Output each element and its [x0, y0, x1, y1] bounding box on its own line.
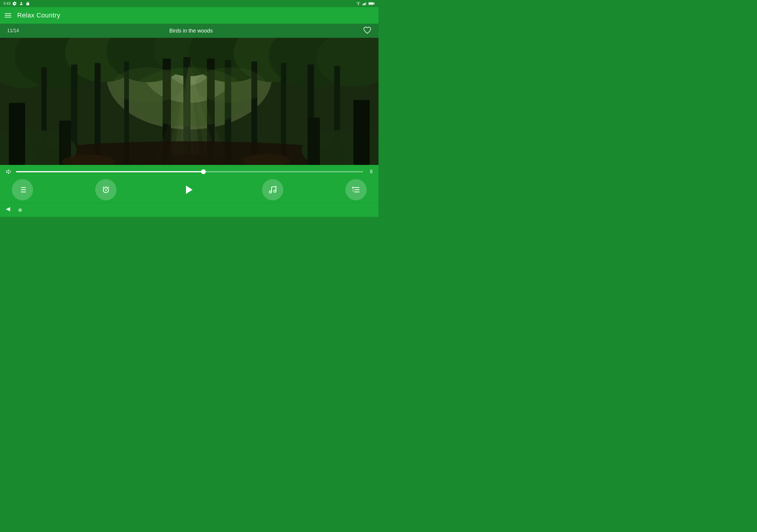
status-time: 5:43 — [4, 1, 10, 6]
back-icon — [5, 206, 11, 213]
playlist-button[interactable] — [12, 179, 33, 200]
seek-thumb[interactable] — [201, 169, 206, 174]
menu-button[interactable] — [5, 13, 11, 17]
svg-line-63 — [107, 187, 109, 188]
status-bar: 5:43 — [0, 0, 378, 7]
account-icon — [19, 1, 23, 6]
controls-area: 8 — [0, 165, 378, 203]
svg-point-67 — [274, 190, 276, 192]
svg-line-62 — [103, 187, 104, 188]
svg-rect-2 — [365, 3, 366, 5]
svg-rect-71 — [352, 187, 354, 188]
alarm-icon — [102, 185, 110, 194]
favorites-list-button[interactable] — [346, 179, 367, 200]
svg-marker-72 — [6, 207, 10, 211]
play-icon — [184, 184, 195, 195]
seek-value: 8 — [367, 169, 373, 174]
svg-rect-53 — [0, 38, 378, 165]
svg-marker-65 — [186, 186, 193, 194]
volume-icon — [6, 168, 13, 175]
back-button[interactable] — [5, 206, 11, 214]
svg-rect-5 — [369, 3, 373, 4]
nav-dot — [18, 208, 22, 212]
music-icon — [268, 185, 277, 194]
playlist-icon — [18, 185, 27, 194]
signal-icon — [363, 2, 367, 5]
alarm-button[interactable] — [95, 179, 116, 200]
track-name: Birds in the woods — [169, 28, 213, 34]
play-button[interactable] — [179, 179, 200, 200]
app-bar: Relax Country — [0, 7, 378, 24]
battery-icon — [369, 2, 375, 5]
seek-bar[interactable] — [16, 171, 363, 172]
forest-scene — [0, 38, 378, 165]
bottom-nav — [0, 203, 378, 217]
settings-icon — [13, 1, 17, 6]
wifi-icon — [356, 2, 361, 5]
svg-rect-3 — [366, 2, 367, 5]
favorite-button[interactable] — [363, 26, 371, 36]
svg-marker-54 — [7, 170, 9, 174]
lock-icon — [26, 1, 30, 6]
music-button[interactable] — [262, 179, 283, 200]
track-info-bar: 11/14 Birds in the woods — [0, 24, 378, 38]
svg-rect-1 — [364, 3, 365, 5]
app-title: Relax Country — [17, 12, 60, 19]
svg-rect-0 — [363, 4, 363, 5]
buttons-row — [6, 179, 373, 200]
heart-icon — [363, 26, 371, 34]
video-area — [0, 38, 378, 165]
svg-rect-6 — [374, 3, 375, 4]
favorites-list-icon — [351, 185, 360, 194]
seek-row: 8 — [6, 168, 373, 175]
svg-point-66 — [269, 191, 272, 193]
track-counter: 11/14 — [7, 28, 19, 33]
